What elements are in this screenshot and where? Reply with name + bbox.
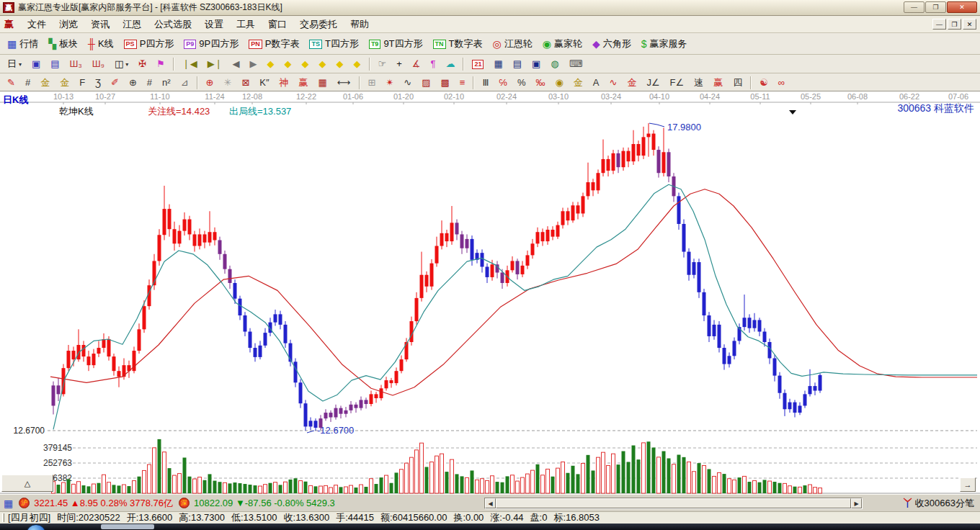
candle-type-button[interactable]: ◫▾ bbox=[110, 57, 133, 71]
notes-button[interactable]: ▤ bbox=[509, 57, 526, 71]
p-square-button[interactable]: PSP四方形 bbox=[120, 36, 179, 52]
parallel-lines-button[interactable]: ≡ bbox=[455, 76, 470, 90]
gann-diamond-shrink-button[interactable]: ◆ bbox=[315, 57, 331, 71]
k-mark-button[interactable]: K″ bbox=[255, 76, 273, 90]
percent-button[interactable]: % bbox=[513, 76, 530, 90]
winner-wheel-button[interactable]: ◉赢家轮 bbox=[538, 36, 587, 52]
gann-compass-button[interactable]: ⊕ bbox=[202, 76, 218, 90]
gann-diamond-left-button[interactable]: ◆ bbox=[263, 57, 279, 71]
j-angle-button[interactable]: J∠ bbox=[642, 76, 664, 90]
hatch-grid-2-button[interactable]: ▩ bbox=[437, 76, 454, 90]
win-marker-button[interactable]: 赢 bbox=[295, 76, 313, 90]
qiankun-kline-button[interactable]: ✠ bbox=[134, 57, 151, 71]
chart-3-button[interactable]: Ш₃ bbox=[66, 57, 86, 71]
fib-lines-button[interactable]: F bbox=[75, 76, 89, 90]
cycle-circle-button[interactable]: ⊕ bbox=[125, 76, 141, 90]
kline-chart[interactable]: 10-1310-2711-1011-2412-0812-2201-0601-20… bbox=[0, 91, 980, 495]
hatch-grid-button[interactable]: ▨ bbox=[417, 76, 435, 90]
four-angle-button[interactable]: 四 bbox=[729, 76, 747, 90]
sectors-button[interactable]: ▚板块 bbox=[44, 36, 82, 52]
angle-wedge-button[interactable]: ⊿ bbox=[177, 76, 193, 90]
save-button[interactable]: ▣ bbox=[527, 57, 545, 71]
gold-bars-button[interactable]: 金 bbox=[569, 76, 587, 90]
expand-volume-button[interactable]: △ bbox=[1, 475, 53, 492]
ornament-tool-button[interactable]: ¶ bbox=[426, 57, 440, 71]
print-button[interactable]: ⌨ bbox=[565, 57, 587, 71]
menu-help[interactable]: 帮助 bbox=[344, 17, 375, 32]
mdi-restore-button[interactable]: ❐ bbox=[948, 19, 961, 30]
gold-underline-button[interactable]: 金 bbox=[623, 76, 641, 90]
trend-pen-button[interactable]: ✎ bbox=[3, 76, 19, 90]
period-day-button[interactable]: 日▾ bbox=[3, 57, 26, 71]
zigzag-button[interactable]: ∿ bbox=[399, 76, 416, 90]
permille-button[interactable]: ‰ bbox=[531, 76, 549, 90]
time-hash-button[interactable]: # bbox=[143, 76, 156, 90]
kline-button[interactable]: ╫K线 bbox=[84, 36, 118, 52]
gold-section-button[interactable]: 金 bbox=[36, 76, 54, 90]
infinity-button[interactable]: ∞ bbox=[774, 76, 789, 90]
menu-file[interactable]: 文件 bbox=[21, 17, 53, 32]
next-page-button[interactable]: ▶ bbox=[246, 57, 262, 71]
gann-wheel-button[interactable]: ◎江恩轮 bbox=[489, 36, 537, 52]
winner-service-button[interactable]: $赢家服务 bbox=[637, 36, 692, 52]
dropdown-arrow-icon[interactable]: ▾ bbox=[19, 61, 22, 68]
grid-123-button[interactable]: ▦ bbox=[314, 76, 331, 90]
t-square-button[interactable]: TST四方形 bbox=[305, 36, 362, 52]
gann-diamond-right-button[interactable]: ◆ bbox=[280, 57, 296, 71]
speed-angle-button[interactable]: 速 bbox=[690, 76, 708, 90]
square-target-button[interactable]: ⊠ bbox=[237, 76, 254, 90]
f-angle-button[interactable]: F∠ bbox=[666, 76, 689, 90]
pattern-button[interactable]: ▣ bbox=[27, 57, 45, 71]
ticker-text[interactable]: 收300663分笔 bbox=[915, 497, 974, 510]
gold-circle-button[interactable]: ◉ bbox=[551, 76, 567, 90]
gann-diamond-all-button[interactable]: ◆ bbox=[349, 57, 365, 71]
horizontal-scrollbar[interactable]: ◀ ▶ bbox=[484, 498, 863, 509]
nine-p-square-button[interactable]: P99P四方形 bbox=[179, 36, 243, 52]
shanghai-index-icon[interactable]: 沪 bbox=[19, 498, 30, 508]
menu-gann[interactable]: 江恩 bbox=[116, 17, 148, 32]
menu-settings[interactable]: 设置 bbox=[198, 17, 230, 32]
star-target-button[interactable]: ✳ bbox=[219, 76, 236, 90]
dropdown-arrow-icon[interactable]: ▾ bbox=[125, 61, 128, 68]
scrollbar-right-arrow-icon[interactable]: ▶ bbox=[851, 498, 862, 508]
ray-fan-button[interactable]: ✴ bbox=[381, 76, 398, 90]
stat-bars-button[interactable]: Ⅲ bbox=[478, 76, 493, 90]
last-page-button[interactable]: ▶❘ bbox=[203, 57, 227, 71]
shenzhen-index-icon[interactable]: 深 bbox=[179, 498, 190, 508]
shen-marker-button[interactable]: 神 bbox=[275, 76, 293, 90]
hand-tool-button[interactable]: ☞ bbox=[374, 57, 391, 71]
calculator-button[interactable]: ▦ bbox=[489, 57, 507, 71]
t-number-table-button[interactable]: TNT数字表 bbox=[429, 36, 487, 52]
mdi-minimize-button[interactable]: — bbox=[932, 19, 946, 30]
taskbar-window-button[interactable] bbox=[101, 524, 154, 529]
scrollbar-thumb[interactable] bbox=[496, 498, 851, 508]
cloud-tool-button[interactable]: ☁ bbox=[441, 57, 459, 71]
wave-3-button[interactable]: Ʒ bbox=[91, 76, 105, 90]
brush-button[interactable]: ✐ bbox=[107, 76, 123, 90]
menu-browse[interactable]: 浏览 bbox=[53, 17, 84, 32]
menu-formula-stock-pick[interactable]: 公式选股 bbox=[148, 17, 198, 32]
grid-lines-button[interactable]: # bbox=[21, 76, 35, 90]
hexagon-button[interactable]: ◆六角形 bbox=[588, 36, 636, 52]
menu-news[interactable]: 资讯 bbox=[84, 17, 116, 32]
angle-tool-button[interactable]: ∡ bbox=[408, 57, 425, 71]
quotes-grid-button[interactable]: ▦行情 bbox=[3, 36, 43, 52]
menu-tools[interactable]: 工具 bbox=[230, 17, 262, 32]
gold-channel-button[interactable]: 金 bbox=[55, 76, 74, 90]
pencil-a-button[interactable]: A bbox=[589, 76, 604, 90]
gann-diamond-h-button[interactable]: ◆ bbox=[298, 57, 313, 71]
calendar-21-button[interactable]: 21 bbox=[468, 58, 488, 71]
p-number-table-button[interactable]: PNP数字表 bbox=[244, 36, 303, 52]
scrollbar-left-arrow-icon[interactable]: ◀ bbox=[485, 498, 496, 508]
box-frame-button[interactable]: ⊞ bbox=[364, 76, 380, 90]
prev-page-button[interactable]: ◀ bbox=[228, 57, 244, 71]
menu-trade-entrust[interactable]: 交易委托 bbox=[293, 17, 344, 32]
restore-button[interactable]: ❐ bbox=[925, 1, 946, 13]
n-square-button[interactable]: n² bbox=[158, 76, 175, 90]
h-span-button[interactable]: ⟷ bbox=[333, 76, 355, 90]
chart-scroll-right-button[interactable]: → bbox=[960, 477, 976, 492]
market-grid-icon[interactable]: ▦ bbox=[4, 498, 13, 509]
first-page-button[interactable]: ❘◀ bbox=[178, 57, 202, 71]
taiji-button[interactable]: ☯ bbox=[755, 76, 772, 90]
pct-band-button[interactable]: ℅ bbox=[494, 76, 512, 90]
